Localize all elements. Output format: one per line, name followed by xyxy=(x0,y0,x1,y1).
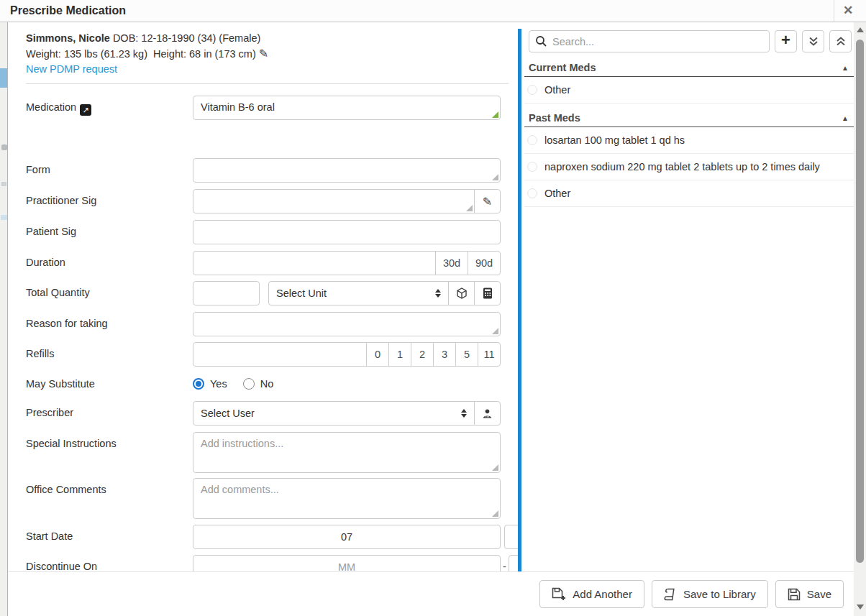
med-item-label: naproxen sodium 220 mg tablet 2 tablets … xyxy=(544,161,820,173)
collapse-caret-icon: ▲ xyxy=(842,64,849,72)
save-to-library-label: Save to Library xyxy=(683,588,756,600)
refills-0-button[interactable]: 0 xyxy=(366,342,389,367)
scrollbar-thumb[interactable] xyxy=(856,40,864,563)
book-icon xyxy=(664,588,677,601)
package-lookup-button[interactable] xyxy=(448,281,475,305)
edit-vitals-pencil-icon[interactable]: ✎ xyxy=(259,47,268,60)
start-date-month-input[interactable] xyxy=(193,525,501,549)
refills-input[interactable] xyxy=(193,342,367,367)
scroll-down-arrow[interactable] xyxy=(854,601,866,613)
med-option-other-current[interactable]: Other xyxy=(524,77,854,104)
close-icon[interactable]: ✕ xyxy=(837,0,859,22)
discontinue-on-label: Discontinue On xyxy=(26,555,193,571)
form-input[interactable] xyxy=(193,158,501,183)
refills-label: Refills xyxy=(26,342,193,359)
refills-2-button[interactable]: 2 xyxy=(411,342,434,367)
duration-input[interactable] xyxy=(193,251,436,275)
pdmp-request-link[interactable]: New PDMP request xyxy=(26,63,117,75)
duration-30d-button[interactable]: 30d xyxy=(435,251,468,275)
background-fragment xyxy=(1,182,6,186)
med-radio[interactable] xyxy=(527,135,537,145)
expand-all-button[interactable] xyxy=(802,30,824,52)
vertical-scrollbar[interactable] xyxy=(854,22,866,616)
reason-label: Reason for taking xyxy=(26,312,193,329)
add-another-button[interactable]: Add Another xyxy=(539,580,644,608)
med-option-other-past[interactable]: Other xyxy=(524,180,854,207)
patient-sig-label: Patient Sig xyxy=(26,220,193,237)
background-fragment xyxy=(1,144,7,150)
refills-3-button[interactable]: 3 xyxy=(433,342,456,367)
save-button[interactable]: Save xyxy=(775,580,844,608)
save-label: Save xyxy=(807,588,831,600)
pencil-icon: ✎ xyxy=(483,195,492,208)
dialog-title: Prescribe Medication xyxy=(10,0,126,22)
medication-external-link-icon[interactable]: ↗ xyxy=(80,104,91,116)
unit-select[interactable]: Select Unit xyxy=(268,281,449,305)
duration-label: Duration xyxy=(26,251,193,268)
edit-sig-button[interactable]: ✎ xyxy=(474,189,501,213)
cube-icon xyxy=(456,288,468,299)
save-plus-icon xyxy=(552,587,566,601)
reason-input[interactable] xyxy=(193,312,501,336)
medication-label: Medication↗ xyxy=(26,96,193,116)
patient-weight: Weight: 135 lbs (61.23 kg) xyxy=(26,48,147,60)
refills-11-button[interactable]: 11 xyxy=(478,342,501,367)
pane-divider xyxy=(518,29,521,571)
person-icon xyxy=(482,408,493,419)
may-substitute-label: May Substitute xyxy=(26,373,193,390)
patient-info: Simmons, Nicole DOB: 12-18-1990 (34) (Fe… xyxy=(26,31,509,77)
refills-5-button[interactable]: 5 xyxy=(455,342,478,367)
substitute-no-radio[interactable] xyxy=(243,378,255,390)
substitute-no-label: No xyxy=(260,378,274,390)
office-comments-input[interactable] xyxy=(193,478,501,519)
background-page-sliver xyxy=(0,22,7,616)
med-radio[interactable] xyxy=(527,85,537,95)
scroll-up-arrow[interactable] xyxy=(854,24,866,36)
add-another-label: Add Another xyxy=(573,588,632,600)
med-option-losartan[interactable]: losartan 100 mg tablet 1 qd hs xyxy=(524,127,854,154)
total-quantity-label: Total Quantity xyxy=(26,281,193,298)
duration-90d-button[interactable]: 90d xyxy=(468,251,501,275)
patient-sig-input[interactable] xyxy=(193,220,501,244)
substitute-yes-radio[interactable] xyxy=(193,378,204,390)
med-radio[interactable] xyxy=(527,188,537,198)
patient-height: Height: 68 in (173 cm) xyxy=(153,48,256,60)
collapse-all-button[interactable] xyxy=(829,30,852,52)
total-quantity-input[interactable] xyxy=(193,281,260,305)
med-item-label: Other xyxy=(544,188,570,199)
save-to-library-button[interactable]: Save to Library xyxy=(652,580,768,608)
refills-1-button[interactable]: 1 xyxy=(388,342,411,367)
search-icon xyxy=(535,35,547,47)
plus-icon: + xyxy=(781,32,790,48)
background-fragment xyxy=(1,215,7,220)
prescriber-label: Prescriber xyxy=(26,401,193,418)
date-separator: - xyxy=(503,555,506,571)
special-instructions-input[interactable] xyxy=(193,432,501,473)
start-date-day-input[interactable] xyxy=(504,525,519,549)
section-title: Current Meds xyxy=(529,62,596,73)
current-meds-header[interactable]: Current Meds ▲ xyxy=(524,58,854,77)
form-label: Form xyxy=(26,158,193,175)
medication-input[interactable]: Vitamin B-6 oral xyxy=(193,96,501,120)
start-date-label: Start Date xyxy=(26,525,193,542)
prescription-form: Simmons, Nicole DOB: 12-18-1990 (34) (Fe… xyxy=(8,22,519,571)
dialog-footer: Add Another Save to Library Save xyxy=(8,571,854,616)
past-meds-header[interactable]: Past Meds ▲ xyxy=(524,109,854,127)
prescriber-select-value: Select User xyxy=(201,408,255,419)
meds-search-input[interactable] xyxy=(529,30,770,52)
med-radio[interactable] xyxy=(527,162,537,172)
select-arrows-icon xyxy=(435,289,441,298)
office-comments-label: Office Comments xyxy=(26,478,193,495)
patient-divider xyxy=(26,83,509,84)
patient-dob: DOB: 12-18-1990 (34) (Female) xyxy=(113,32,261,44)
prescriber-select[interactable]: Select User xyxy=(193,401,475,426)
quantity-calculator-button[interactable] xyxy=(474,281,501,305)
med-option-naproxen[interactable]: naproxen sodium 220 mg tablet 2 tablets … xyxy=(524,154,854,180)
practitioner-sig-label: Practitioner Sig xyxy=(26,189,193,206)
practitioner-sig-input[interactable] xyxy=(193,189,475,213)
choose-user-button[interactable] xyxy=(474,401,501,426)
discontinue-month-input[interactable] xyxy=(193,555,501,571)
add-med-button[interactable]: + xyxy=(775,30,797,52)
collapse-caret-icon: ▲ xyxy=(842,114,849,122)
discontinue-day-input[interactable] xyxy=(509,555,519,571)
